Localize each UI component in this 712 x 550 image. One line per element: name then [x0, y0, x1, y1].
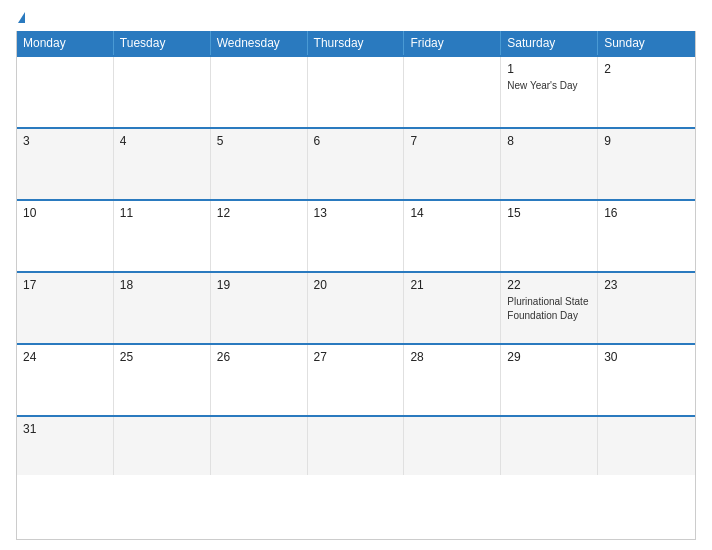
cal-cell: [598, 417, 695, 475]
cal-cell: 23: [598, 273, 695, 343]
cal-header-thursday: Thursday: [308, 31, 405, 55]
day-number: 2: [604, 62, 689, 76]
cal-header-tuesday: Tuesday: [114, 31, 211, 55]
day-number: 3: [23, 134, 107, 148]
cal-cell: 12: [211, 201, 308, 271]
day-number: 9: [604, 134, 689, 148]
day-number: 14: [410, 206, 494, 220]
cal-cell: 26: [211, 345, 308, 415]
calendar-page: MondayTuesdayWednesdayThursdayFridaySatu…: [0, 0, 712, 550]
day-number: 27: [314, 350, 398, 364]
cal-cell: [308, 417, 405, 475]
day-number: 26: [217, 350, 301, 364]
cal-week-row: 3456789: [17, 127, 695, 199]
cal-cell: 10: [17, 201, 114, 271]
cal-header-sunday: Sunday: [598, 31, 695, 55]
day-number: 1: [507, 62, 591, 76]
cal-cell: 1New Year's Day: [501, 57, 598, 127]
cal-week-row: 31: [17, 415, 695, 475]
cal-week-row: 10111213141516: [17, 199, 695, 271]
cal-cell: 30: [598, 345, 695, 415]
cal-cell: [114, 57, 211, 127]
cal-cell: [114, 417, 211, 475]
cal-header-monday: Monday: [17, 31, 114, 55]
day-number: 16: [604, 206, 689, 220]
cal-cell: [501, 417, 598, 475]
header: [16, 12, 696, 23]
day-number: 5: [217, 134, 301, 148]
day-number: 19: [217, 278, 301, 292]
day-number: 23: [604, 278, 689, 292]
day-number: 4: [120, 134, 204, 148]
day-number: 20: [314, 278, 398, 292]
cal-week-row: 171819202122Plurinational State Foundati…: [17, 271, 695, 343]
logo: [16, 12, 25, 23]
cal-cell: 3: [17, 129, 114, 199]
cal-cell: [404, 57, 501, 127]
calendar-body: 1New Year's Day2345678910111213141516171…: [17, 55, 695, 475]
cal-cell: 31: [17, 417, 114, 475]
cal-header-saturday: Saturday: [501, 31, 598, 55]
cal-cell: 9: [598, 129, 695, 199]
day-number: 12: [217, 206, 301, 220]
cal-cell: 25: [114, 345, 211, 415]
day-number: 22: [507, 278, 591, 292]
cal-cell: 28: [404, 345, 501, 415]
day-number: 13: [314, 206, 398, 220]
cal-cell: [211, 57, 308, 127]
day-number: 31: [23, 422, 107, 436]
cal-cell: 29: [501, 345, 598, 415]
cal-cell: 8: [501, 129, 598, 199]
cal-cell: [404, 417, 501, 475]
cal-cell: 16: [598, 201, 695, 271]
day-number: 18: [120, 278, 204, 292]
day-number: 8: [507, 134, 591, 148]
day-number: 29: [507, 350, 591, 364]
cal-cell: 19: [211, 273, 308, 343]
day-number: 10: [23, 206, 107, 220]
day-number: 25: [120, 350, 204, 364]
cal-cell: 17: [17, 273, 114, 343]
cal-cell: 5: [211, 129, 308, 199]
cal-cell: 21: [404, 273, 501, 343]
cal-week-row: 1New Year's Day2: [17, 55, 695, 127]
day-number: 21: [410, 278, 494, 292]
cal-cell: 15: [501, 201, 598, 271]
cal-cell: [211, 417, 308, 475]
cal-cell: 13: [308, 201, 405, 271]
cal-cell: 20: [308, 273, 405, 343]
cal-cell: 2: [598, 57, 695, 127]
holiday-label: New Year's Day: [507, 80, 577, 91]
cal-cell: 7: [404, 129, 501, 199]
cal-cell: 22Plurinational State Foundation Day: [501, 273, 598, 343]
cal-week-row: 24252627282930: [17, 343, 695, 415]
cal-cell: [17, 57, 114, 127]
day-number: 30: [604, 350, 689, 364]
cal-cell: 4: [114, 129, 211, 199]
day-number: 28: [410, 350, 494, 364]
day-number: 24: [23, 350, 107, 364]
cal-header-wednesday: Wednesday: [211, 31, 308, 55]
day-number: 17: [23, 278, 107, 292]
calendar-header-row: MondayTuesdayWednesdayThursdayFridaySatu…: [17, 31, 695, 55]
day-number: 6: [314, 134, 398, 148]
calendar-grid: MondayTuesdayWednesdayThursdayFridaySatu…: [16, 31, 696, 540]
day-number: 7: [410, 134, 494, 148]
cal-cell: 14: [404, 201, 501, 271]
logo-triangle-icon: [18, 12, 25, 23]
cal-cell: 18: [114, 273, 211, 343]
cal-cell: 11: [114, 201, 211, 271]
cal-cell: [308, 57, 405, 127]
cal-cell: 6: [308, 129, 405, 199]
day-number: 11: [120, 206, 204, 220]
cal-cell: 24: [17, 345, 114, 415]
cal-header-friday: Friday: [404, 31, 501, 55]
day-number: 15: [507, 206, 591, 220]
cal-cell: 27: [308, 345, 405, 415]
holiday-label: Plurinational State Foundation Day: [507, 296, 588, 321]
